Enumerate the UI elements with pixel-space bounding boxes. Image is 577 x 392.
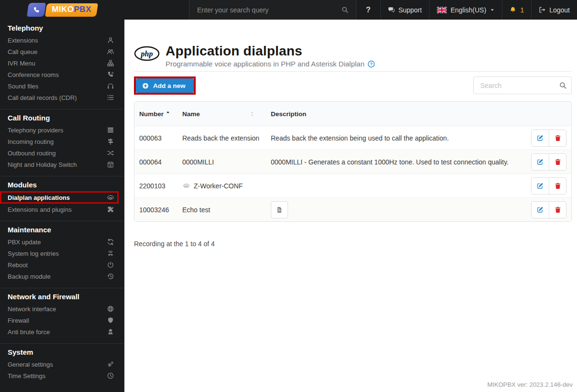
delete-button[interactable] [549, 202, 566, 218]
description-text: Reads back the extension being used to c… [271, 134, 449, 142]
plus-circle-icon [142, 82, 149, 89]
comments-icon [388, 6, 395, 13]
sidebar-item-label: Network interface [8, 305, 56, 313]
table-header-row: Number Name Description [134, 102, 571, 126]
cell-description [266, 201, 518, 218]
topbar-search [189, 0, 356, 20]
sidebar-item-dialplan-applications[interactable]: Dialplan applications [0, 191, 119, 204]
notifications-button[interactable]: 1 [502, 0, 532, 20]
row-actions-group [531, 201, 566, 218]
bell-icon [510, 6, 516, 13]
headphones-icon [107, 83, 114, 89]
help-circle-icon[interactable] [367, 60, 375, 68]
route-signs-icon [107, 138, 114, 145]
sidebar-item-label: Extensions and plugins [8, 206, 72, 213]
delete-button[interactable] [549, 178, 566, 194]
table-search [473, 76, 572, 94]
sidebar-item-label: Time Settings [8, 372, 45, 380]
sidebar-item-firewall[interactable]: Firewall [0, 315, 124, 326]
name-text: 0000MILLI [182, 158, 214, 166]
language-dropdown[interactable]: English(US) [430, 0, 503, 20]
sidebar-item-outbound-routing[interactable]: Outbound routing [0, 147, 124, 159]
sidebar-section-call-routing: Call RoutingTelephony providersIncoming … [0, 109, 124, 176]
sidebar-item-label: Firewall [8, 317, 29, 324]
sidebar-item-pbx-update[interactable]: PBX update [0, 236, 124, 248]
column-header-number[interactable]: Number [134, 110, 178, 118]
language-label: English(US) [451, 6, 487, 14]
trash-icon [555, 158, 561, 165]
sidebar-item-extensions[interactable]: Extensions [0, 34, 124, 46]
table-row: 0000640000MILLI0000MILLI - Generates a c… [134, 150, 571, 174]
topbar: ? Support English(US) 1 Logout [124, 0, 577, 20]
search-icon [559, 82, 566, 89]
column-header-name[interactable]: Name [178, 110, 266, 118]
sidebar-item-conference-rooms[interactable]: Conference rooms [0, 69, 124, 80]
puzzle-icon [107, 206, 114, 213]
name-text: Z-Worker-CONF [194, 182, 243, 190]
sidebar-section-title: Modules [0, 180, 124, 190]
cell-actions [518, 130, 571, 147]
calendar-times-icon [107, 161, 114, 168]
sidebar-item-reboot[interactable]: Reboot [0, 259, 124, 271]
sidebar-section-maintenance: MaintenancePBX updateSystem log entriesR… [0, 221, 124, 288]
add-new-button[interactable]: Add a new [136, 78, 194, 93]
sidebar-section-telephony: TelephonyExtensionsCall queueIVR MenuCon… [0, 20, 124, 109]
topbar-spacer [124, 0, 189, 20]
sidebar-item-general-settings[interactable]: General settings [0, 359, 124, 370]
row-actions-group [531, 130, 566, 147]
sidebar-item-ivr-menu[interactable]: IVR Menu [0, 57, 124, 69]
sidebar: MIKOPBX TelephonyExtensionsCall queueIVR… [0, 0, 124, 392]
brand-pbx: PBX [74, 5, 91, 14]
sidebar-item-telephony-providers[interactable]: Telephony providers [0, 124, 124, 136]
sidebar-section-title: Network and Firewall [0, 292, 124, 302]
edit-button[interactable] [532, 178, 549, 194]
help-label: ? [366, 6, 371, 14]
sidebar-item-label: System log entries [8, 250, 59, 257]
search-icon[interactable] [342, 6, 348, 13]
trash-icon [555, 134, 561, 142]
support-label: Support [399, 6, 422, 14]
sidebar-section-title: Call Routing [0, 113, 124, 123]
edit-button[interactable] [532, 202, 549, 218]
add-new-label: Add a new [153, 82, 186, 89]
php-logo-icon: php [134, 45, 160, 62]
sidebar-section-modules: ModulesDialplan applicationsExtensions a… [0, 176, 124, 221]
global-search-input[interactable] [197, 6, 342, 14]
sidebar-item-call-detail-records-cdr[interactable]: Call detail records (CDR) [0, 92, 124, 103]
cell-number: 000064 [134, 158, 178, 166]
file-button[interactable] [271, 201, 288, 218]
table-search-input[interactable] [473, 76, 572, 94]
notifications-count: 1 [520, 6, 524, 14]
sidebar-item-call-queue[interactable]: Call queue [0, 46, 124, 57]
sidebar-item-label: IVR Menu [8, 60, 35, 67]
help-button[interactable]: ? [356, 0, 381, 20]
edit-button[interactable] [532, 154, 549, 170]
sidebar-item-label: Anti brute force [8, 328, 50, 336]
sidebar-item-anti-brute-force[interactable]: Anti brute force [0, 326, 124, 338]
sidebar-item-time-settings[interactable]: Time Settings [0, 370, 124, 381]
add-button-highlight: Add a new [134, 76, 196, 95]
sidebar-item-extensions-and-plugins[interactable]: Extensions and plugins [0, 204, 124, 215]
sidebar-item-night-and-holiday-switch[interactable]: Night and Holiday Switch [0, 159, 124, 170]
edit-button[interactable] [532, 130, 549, 146]
sidebar-item-label: Call detail records (CDR) [8, 94, 77, 101]
cell-actions [518, 177, 571, 195]
cell-description: 0000MILLI - Generates a constant 1000Hz … [266, 158, 518, 166]
sidebar-item-sound-files[interactable]: Sound files [0, 80, 124, 92]
sort-ascending-icon [166, 110, 170, 115]
sort-icon [250, 111, 255, 117]
logout-button[interactable]: Logout [532, 0, 577, 20]
sidebar-item-incoming-routing[interactable]: Incoming routing [0, 136, 124, 147]
sidebar-item-backup-module[interactable]: Backup module [0, 271, 124, 282]
dialplans-table: Number Name Description 000063Reads back… [134, 101, 572, 222]
column-header-description[interactable]: Description [266, 110, 518, 118]
sidebar-item-network-interface[interactable]: Network interface [0, 303, 124, 315]
sidebar-section-title: Telephony [0, 23, 124, 33]
delete-button[interactable] [549, 130, 566, 146]
delete-button[interactable] [549, 154, 566, 170]
sidebar-item-system-log-entries[interactable]: System log entries [0, 248, 124, 259]
brand-logo[interactable]: MIKOPBX [0, 0, 124, 20]
support-button[interactable]: Support [381, 0, 430, 20]
toolbar: Add a new [134, 76, 572, 95]
sitemap-icon [107, 60, 114, 66]
